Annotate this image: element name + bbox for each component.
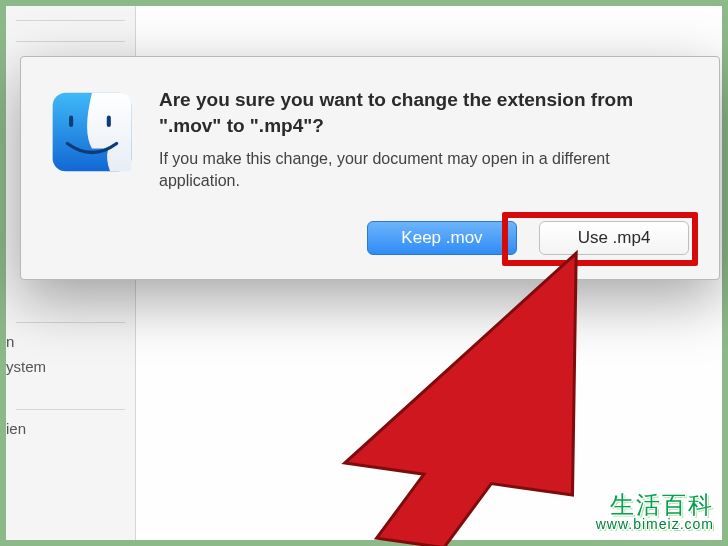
sidebar-item[interactable]: n [6, 329, 135, 354]
dialog-title: Are you sure you want to change the exte… [159, 87, 689, 138]
finder-icon [51, 91, 133, 173]
svg-rect-1 [69, 116, 73, 127]
sidebar-separator [16, 41, 125, 42]
tutorial-frame: n ystem ien [0, 0, 728, 546]
use-extension-button[interactable]: Use .mp4 [539, 221, 689, 255]
dialog-message: If you make this change, your document m… [159, 148, 689, 191]
dialog-body: Are you sure you want to change the exte… [159, 87, 689, 255]
extension-change-dialog: Are you sure you want to change the exte… [20, 56, 720, 280]
sidebar-separator [16, 322, 125, 323]
sidebar-item[interactable]: ystem [6, 354, 135, 379]
keep-extension-button[interactable]: Keep .mov [367, 221, 517, 255]
sidebar-item[interactable]: ien [6, 416, 135, 441]
svg-rect-2 [107, 116, 111, 127]
sidebar-separator [16, 409, 125, 410]
sidebar-separator [16, 20, 125, 21]
dialog-button-row: Keep .mov Use .mp4 [159, 221, 689, 255]
